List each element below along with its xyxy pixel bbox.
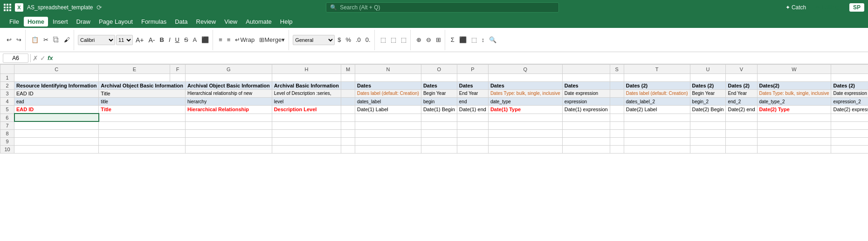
cell-N3[interactable]: Begin Year xyxy=(421,90,457,98)
cell-gap-r3[interactable] xyxy=(341,90,355,98)
menu-help[interactable]: Help xyxy=(276,17,296,27)
col-header-G[interactable]: G xyxy=(186,65,272,74)
cell-V10[interactable] xyxy=(757,145,831,153)
cell-gap1-r4[interactable] xyxy=(610,98,624,106)
cell-E2[interactable]: Archival Object Basic Information xyxy=(99,82,186,90)
cell-H4[interactable]: level xyxy=(272,98,341,106)
cell-P3[interactable]: Dates Type: bulk, single, inclusive xyxy=(488,90,562,98)
menu-view[interactable]: View xyxy=(220,17,241,27)
cell-E9[interactable] xyxy=(99,137,186,145)
cell-V4[interactable]: date_type_2 xyxy=(757,98,831,106)
col-header-U[interactable]: V xyxy=(726,65,757,74)
cell-T10[interactable] xyxy=(690,145,726,153)
col-header-W[interactable] xyxy=(831,65,868,74)
format-painter[interactable]: 🖌 xyxy=(62,35,72,44)
cell-S5[interactable]: Date(2) Label xyxy=(624,106,690,114)
cell-W1[interactable] xyxy=(831,74,868,82)
cell-H8[interactable] xyxy=(272,129,341,137)
cell-styles-button[interactable]: ⬚ xyxy=(399,35,408,44)
cell-S9[interactable] xyxy=(624,137,690,145)
cell-W10[interactable] xyxy=(831,145,868,153)
cell-G4[interactable]: hierarchy xyxy=(186,98,272,106)
cell-E10[interactable] xyxy=(99,145,186,153)
cell-N6[interactable] xyxy=(421,114,457,121)
strikethrough-button[interactable]: S xyxy=(182,35,190,44)
cell-gap-r2[interactable] xyxy=(341,82,355,90)
cell-G9[interactable] xyxy=(186,137,272,145)
editing-button[interactable]: ✏ Editing ▾ xyxy=(813,3,846,12)
cut-button[interactable]: ✂ xyxy=(41,35,50,44)
align-center-button[interactable]: ≡ xyxy=(225,35,233,44)
cell-gap-r5[interactable] xyxy=(341,106,355,114)
menu-insert[interactable]: Insert xyxy=(49,17,72,27)
cell-Q1[interactable] xyxy=(562,74,610,82)
menu-pagelayout[interactable]: Page Layout xyxy=(95,17,137,27)
share-button[interactable]: SP xyxy=(849,3,864,12)
redo-button[interactable]: ↪ xyxy=(14,35,23,44)
cell-E5[interactable]: Title xyxy=(99,106,186,114)
cell-V3[interactable]: Dates Type: bulk, single, inclusive xyxy=(757,90,831,98)
cell-Q3[interactable]: Date expression xyxy=(562,90,610,98)
cell-O5[interactable]: Date(1) end xyxy=(457,106,488,114)
cell-H3[interactable]: Level of Description :series, xyxy=(272,90,341,98)
cell-gap-r7[interactable] xyxy=(341,121,355,129)
cell-M3[interactable]: Dates label (default: Creation) xyxy=(355,90,421,98)
font-family-select[interactable]: Calibri xyxy=(78,35,115,45)
cell-O10[interactable] xyxy=(457,145,488,153)
cell-E7[interactable] xyxy=(99,121,186,129)
cell-S8[interactable] xyxy=(624,129,690,137)
cell-G3[interactable]: Hierarchical relationship of new xyxy=(186,90,272,98)
cell-O8[interactable] xyxy=(457,129,488,137)
cell-P8[interactable] xyxy=(488,129,562,137)
cell-M8[interactable] xyxy=(355,129,421,137)
cell-N8[interactable] xyxy=(421,129,457,137)
cell-Q4[interactable]: expression xyxy=(562,98,610,106)
clear-button[interactable]: ⬚ xyxy=(469,35,479,44)
cell-E1[interactable] xyxy=(99,74,170,82)
cell-P5[interactable]: Date(1) Type xyxy=(488,106,562,114)
confirm-formula-icon[interactable]: ✓ xyxy=(40,54,46,62)
cell-W6[interactable] xyxy=(831,114,868,121)
cell-G2[interactable]: Archival Object Basic Information xyxy=(186,82,272,90)
cell-C1[interactable] xyxy=(14,74,99,82)
col-header-O[interactable]: P xyxy=(457,65,488,74)
cell-C9[interactable] xyxy=(14,137,99,145)
table-format-button[interactable]: ⬚ xyxy=(389,35,398,44)
cell-V7[interactable] xyxy=(757,121,831,129)
cell-T8[interactable] xyxy=(690,129,726,137)
cell-H9[interactable] xyxy=(272,137,341,145)
cell-G10[interactable] xyxy=(186,145,272,153)
format-cells-button[interactable]: ⊞ xyxy=(434,35,443,44)
menu-data[interactable]: Data xyxy=(171,17,191,27)
cell-T3[interactable]: Begin Year xyxy=(690,90,726,98)
cell-gap-r4[interactable] xyxy=(341,98,355,106)
cell-W3[interactable]: Date expression xyxy=(831,90,868,98)
cell-gap1-r1[interactable] xyxy=(610,74,624,82)
cell-O3[interactable]: End Year xyxy=(457,90,488,98)
cell-G1[interactable] xyxy=(186,74,272,82)
cell-T4[interactable]: begin_2 xyxy=(690,98,726,106)
cell-W8[interactable] xyxy=(831,129,868,137)
cancel-formula-icon[interactable]: ✗ xyxy=(33,54,38,62)
cell-E6[interactable] xyxy=(99,114,186,121)
cell-W9[interactable] xyxy=(831,137,868,145)
fill-button[interactable]: ⬛ xyxy=(457,35,468,44)
menu-review[interactable]: Review xyxy=(193,17,220,27)
fx-icon[interactable]: fx xyxy=(48,54,53,61)
cell-G5[interactable]: Hierarchical Relationship xyxy=(186,106,272,114)
cell-Q2[interactable]: Dates xyxy=(562,82,610,90)
highlight-button[interactable]: ⬛ xyxy=(200,35,211,44)
cell-U2[interactable]: Dates (2) xyxy=(726,82,757,90)
cell-U1[interactable] xyxy=(726,74,757,82)
cell-N9[interactable] xyxy=(421,137,457,145)
copy-button[interactable]: ⿻ xyxy=(51,35,61,44)
cell-V8[interactable] xyxy=(757,129,831,137)
find-button[interactable]: 🔍 xyxy=(487,35,498,44)
col-header-V[interactable]: W xyxy=(757,65,831,74)
cell-N5[interactable]: Date(1) Begin xyxy=(421,106,457,114)
cell-M10[interactable] xyxy=(355,145,421,153)
col-header-T[interactable]: U xyxy=(690,65,726,74)
cell-Q10[interactable] xyxy=(562,145,610,153)
cell-T1[interactable] xyxy=(690,74,726,82)
cell-gap1-r8[interactable] xyxy=(610,129,624,137)
